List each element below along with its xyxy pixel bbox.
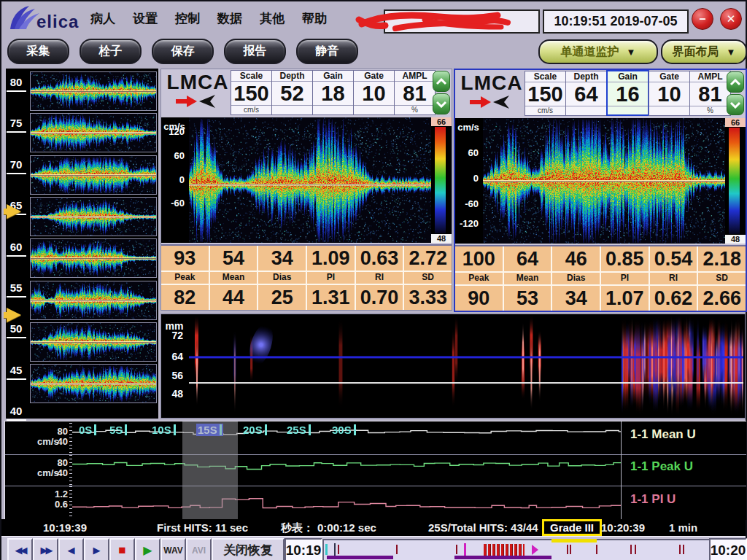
menu-item-3[interactable]: 数据	[217, 10, 242, 27]
depth-scan-panel: 807570656055504540	[6, 69, 158, 419]
monitor-mode-dropdown[interactable]: 单通道监护 ▼	[538, 39, 658, 64]
channel-2-header: LMCA Scale150cm/sDepth64Gain16Gate10AMPL…	[455, 70, 746, 117]
fast-forward-button[interactable]: ▶▶	[33, 538, 58, 560]
trend-legend-item[interactable]: 1-1 Mean U	[630, 427, 696, 442]
param-gate[interactable]: Gate10	[649, 71, 690, 116]
minimize-button[interactable]: –	[692, 8, 713, 30]
wav-button[interactable]: WAV	[160, 538, 186, 560]
param-scale[interactable]: Scale150cm/s	[525, 71, 566, 116]
trend-legend-item[interactable]: 1-1 Peak U	[630, 459, 693, 474]
trend-time-label: 5S	[109, 424, 127, 436]
close-button[interactable]: ✕	[720, 8, 742, 30]
patient-name-field[interactable]	[384, 9, 540, 34]
grade-badge: Grade III	[542, 519, 602, 536]
status-bar: 10:19:39 First HITS: 11 sec 秒表： 0:00:12 …	[1, 519, 746, 536]
chevron-down-icon: ▼	[627, 47, 636, 58]
chevron-up-icon	[435, 78, 448, 85]
result-column: 1.09PI1.31	[306, 246, 355, 310]
axis-tick: -60	[161, 198, 185, 209]
depth-tick: 72	[161, 330, 183, 341]
depth-mini-spectrogram[interactable]	[30, 238, 157, 278]
param-scale[interactable]: Scale150cm/s	[231, 70, 272, 115]
result-column: 100Peak90	[455, 246, 503, 311]
quick-button-0[interactable]: 采集	[7, 39, 69, 64]
trend-legend-item[interactable]: 1-1 PI U	[630, 492, 676, 507]
play-button[interactable]: ▶	[135, 538, 160, 560]
param-gain[interactable]: Gain18	[312, 70, 354, 115]
grade-highlight-strip	[551, 539, 597, 542]
quick-button-1[interactable]: 栓子	[80, 39, 142, 64]
result-column: 93Peak82	[161, 246, 209, 310]
first-hits: First HITS: 11 sec	[157, 521, 248, 534]
trend-legend: 1-1 Mean U1-1 Peak U1-1 PI U	[621, 421, 746, 519]
stopwatch-label: 秒表：	[281, 521, 314, 535]
timeline-tick	[596, 545, 597, 554]
menu-item-2[interactable]: 控制	[175, 10, 200, 27]
screen: elica 病人设置控制数据其他帮助 10:19:51 2019-07-05 –…	[0, 0, 747, 560]
chevron-up-icon	[729, 79, 742, 86]
scroll-up-button[interactable]	[433, 71, 450, 92]
depth-label: 40	[6, 405, 26, 417]
depth-mini-spectrogram[interactable]	[30, 281, 157, 320]
menu-item-5[interactable]: 帮助	[302, 10, 327, 27]
timeline-tick	[567, 545, 568, 554]
depth-rule	[7, 90, 26, 92]
close-restore-button[interactable]: 关闭恢复	[212, 538, 285, 560]
rewind-button[interactable]: ◀◀	[7, 538, 33, 560]
stop-button[interactable]: ■	[109, 538, 135, 560]
depth-mini-spectrogram[interactable]	[30, 71, 157, 111]
param-gain[interactable]: Gain16	[606, 70, 649, 116]
doppler-params: Scale150cm/sDepth64Gain16Gate10AMPL81%	[525, 71, 731, 116]
channel-panel-1: LMCA Scale150cm/sDepth52Gain18Gate10AMPL…	[160, 69, 452, 311]
depth-mini-spectrogram[interactable]	[30, 197, 157, 236]
timeline-seekbar[interactable]	[322, 539, 711, 560]
result-column: 64Mean53	[503, 246, 551, 311]
param-gate[interactable]: Gate10	[353, 70, 395, 115]
trend-tick: 1.2	[49, 489, 68, 499]
result-column: 2.18SD2.66	[697, 246, 746, 311]
depth-mini-spectrogram[interactable]	[30, 113, 157, 152]
avi-button[interactable]: AVI	[186, 538, 212, 560]
spectrogram-2-canvas	[483, 118, 725, 244]
quick-button-3[interactable]: 报告	[224, 39, 286, 64]
depth-rule	[7, 378, 26, 380]
layout-dropdown[interactable]: 界面布局 ▼	[661, 39, 747, 64]
depth-rule	[7, 337, 26, 338]
menu-item-0[interactable]: 病人	[90, 10, 115, 27]
depth-tick: 64	[161, 351, 183, 362]
param-depth[interactable]: Depth52	[271, 70, 313, 115]
param-ampl[interactable]: AMPL81%	[689, 71, 731, 116]
selection-band	[182, 421, 238, 519]
app-logo: elica	[7, 4, 79, 32]
window-length: 1 min	[669, 521, 697, 534]
axis-unit: cm/s	[457, 122, 480, 133]
colorbar-gradient	[435, 127, 446, 233]
doppler-params: Scale150cm/sDepth52Gain18Gate10AMPL81%	[231, 70, 436, 115]
param-depth[interactable]: Depth64	[565, 71, 607, 116]
menu-item-4[interactable]: 其他	[260, 10, 285, 27]
depth-mini-spectrogram[interactable]	[30, 322, 157, 362]
quick-bar: 采集栓子保存报告静音 单通道监护 ▼ 界面布局 ▼	[1, 34, 746, 67]
depth-mini-spectrogram[interactable]	[30, 364, 157, 403]
step-back-button[interactable]: ◀	[58, 538, 84, 560]
result-column: 2.72SD3.33	[403, 246, 452, 310]
depth-mini-spectrogram[interactable]	[30, 155, 157, 195]
trend-canvas	[72, 486, 621, 518]
scroll-up-button[interactable]	[727, 71, 744, 93]
axis-tick: 0	[161, 174, 185, 185]
result-column: 0.85PI1.07	[600, 246, 649, 311]
timeline-tick	[456, 545, 457, 554]
scroll-down-button[interactable]	[727, 94, 744, 115]
quick-button-4[interactable]: 静音	[296, 39, 358, 64]
timeline-cursor[interactable]	[334, 543, 336, 556]
menu-item-1[interactable]: 设置	[133, 10, 158, 27]
clock-display: 10:19:51 2019-07-05	[543, 9, 689, 34]
axis-tick: 60	[161, 150, 185, 161]
step-forward-button[interactable]: ▶	[84, 538, 109, 560]
param-ampl[interactable]: AMPL81%	[394, 70, 436, 115]
depth-tick: 56	[161, 370, 183, 381]
trend-tick: 0.6	[49, 499, 68, 510]
quick-button-2[interactable]: 保存	[152, 39, 214, 64]
scroll-down-button[interactable]	[433, 93, 450, 114]
depth-label: 75	[6, 117, 26, 129]
